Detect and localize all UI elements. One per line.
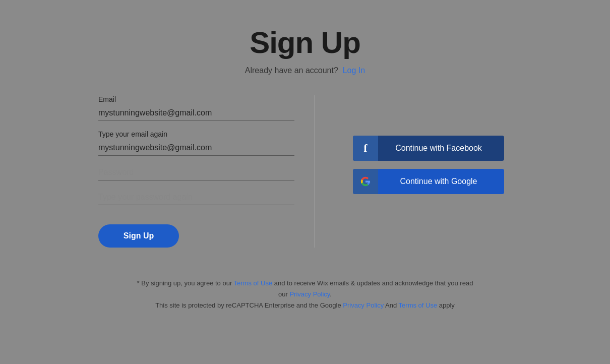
privacy-link-1[interactable]: Privacy Policy bbox=[289, 290, 330, 298]
google-button[interactable]: Continue with Google bbox=[353, 169, 504, 194]
password-input[interactable] bbox=[98, 165, 294, 180]
email-confirm-field-group: Type your email again bbox=[98, 130, 294, 156]
main-content: Email Type your email again Sign Up f bbox=[98, 95, 512, 248]
password-confirm-field-group bbox=[98, 190, 294, 205]
facebook-button[interactable]: f Continue with Facebook bbox=[353, 136, 504, 161]
email-confirm-label: Type your email again bbox=[98, 130, 294, 138]
terms-link-1[interactable]: Terms of Use bbox=[234, 279, 273, 287]
terms-link-2[interactable]: Terms of Use bbox=[399, 301, 438, 309]
facebook-button-label: Continue with Facebook bbox=[378, 144, 504, 153]
google-icon bbox=[353, 169, 378, 194]
page-container: Sign Up Already have an account? Log In … bbox=[0, 0, 610, 311]
google-button-label: Continue with Google bbox=[378, 177, 504, 186]
footer-line2: This site is protected by reCAPTCHA Ente… bbox=[134, 300, 476, 311]
footer: * By signing up, you agree to our Terms … bbox=[134, 278, 476, 311]
password-field-group bbox=[98, 165, 294, 180]
footer-line2-post: apply bbox=[437, 301, 455, 309]
footer-post-text: . bbox=[330, 290, 332, 298]
signup-button[interactable]: Sign Up bbox=[98, 224, 179, 248]
email-input[interactable] bbox=[98, 105, 294, 121]
page-title: Sign Up bbox=[250, 25, 360, 60]
form-section: Email Type your email again Sign Up bbox=[98, 95, 315, 248]
footer-line1: * By signing up, you agree to our Terms … bbox=[134, 278, 476, 300]
footer-line2-pre: This site is protected by reCAPTCHA Ente… bbox=[155, 301, 343, 309]
privacy-link-2[interactable]: Privacy Policy bbox=[343, 301, 384, 309]
login-link[interactable]: Log In bbox=[343, 66, 365, 75]
email-confirm-input[interactable] bbox=[98, 140, 294, 156]
footer-line2-mid: And bbox=[384, 301, 398, 309]
facebook-icon: f bbox=[353, 136, 378, 161]
email-label: Email bbox=[98, 95, 294, 103]
footer-pre-text: * By signing up, you agree to our bbox=[137, 279, 234, 287]
subtitle: Already have an account? Log In bbox=[245, 66, 365, 75]
subtitle-text: Already have an account? bbox=[245, 66, 338, 75]
password-confirm-input[interactable] bbox=[98, 190, 294, 205]
email-field-group: Email bbox=[98, 95, 294, 121]
social-section: f Continue with Facebook Continue with G… bbox=[315, 95, 512, 194]
